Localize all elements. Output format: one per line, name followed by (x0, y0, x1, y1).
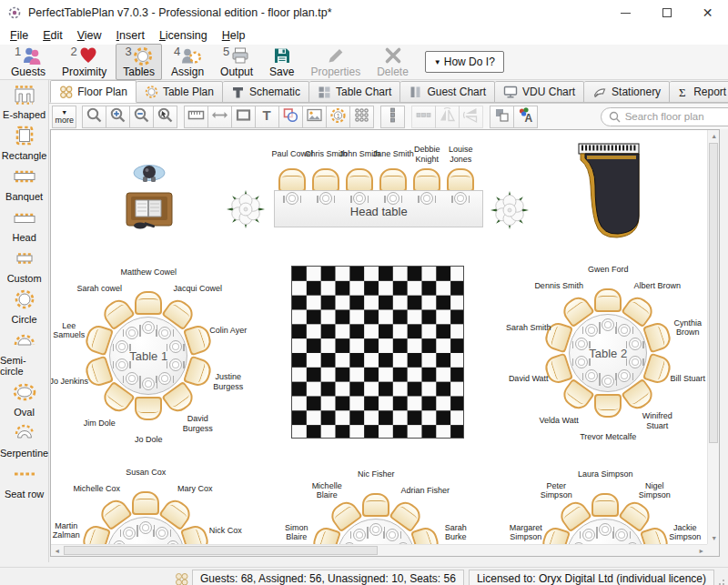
sidebar-item-e-shaped[interactable]: E-shaped (0, 85, 48, 120)
minimize-button[interactable] (605, 0, 646, 25)
chair[interactable] (346, 168, 373, 192)
how-do-i-button[interactable]: ▼ How Do I? (425, 51, 504, 73)
sidebar-item-rectangle[interactable]: Rectangle (0, 126, 48, 161)
chair[interactable] (594, 394, 622, 418)
dance-floor[interactable] (291, 266, 464, 439)
tab-table-chart[interactable]: Table Chart (309, 81, 400, 103)
flower-arrangement[interactable] (489, 189, 531, 235)
tab-stationery[interactable]: Stationery (584, 81, 670, 103)
insert-table-tool-button[interactable]: 1 (326, 106, 350, 128)
chair[interactable] (180, 523, 211, 544)
place-setting (169, 358, 182, 371)
guests-button[interactable]: 1Guests (4, 44, 53, 80)
insert-tables-grid-tool-button[interactable] (349, 106, 374, 128)
flip-horizontal-tool-button (435, 106, 460, 128)
resize-arrow-tool-button[interactable] (207, 106, 232, 128)
chair[interactable] (278, 168, 306, 192)
menu-licensing[interactable]: Licensing (152, 27, 215, 44)
sidebar-item-oval[interactable]: Oval (0, 382, 48, 418)
more-tools-button[interactable]: ▼ more (52, 106, 76, 128)
guest-name-label: Sarah cowel (76, 283, 122, 293)
guest-name-label: Michelle Blaire (304, 480, 349, 499)
chair[interactable] (362, 493, 389, 517)
shapes-tool-tool-button[interactable] (278, 106, 303, 128)
tab-table-plan[interactable]: Table Plan (136, 81, 223, 103)
table-label: Table 2 (589, 347, 627, 360)
chair[interactable] (592, 493, 619, 517)
guest-name-label: Jim Dole (84, 419, 116, 429)
ruler-icon (187, 106, 205, 127)
tables-button[interactable]: 3Tables (116, 44, 162, 80)
table-label: Head table (350, 205, 408, 227)
sidebar-item-semi-circle[interactable]: Semi-circle (0, 330, 48, 377)
ruler-tool-button[interactable] (184, 106, 208, 128)
zoom-selection-tool-button[interactable] (153, 106, 177, 128)
search-box[interactable] (601, 107, 728, 126)
save-button[interactable]: Save (262, 44, 301, 80)
close-button[interactable]: ✕ (687, 0, 728, 25)
chair[interactable] (594, 288, 622, 312)
svg-text:Σ: Σ (679, 86, 686, 98)
vertical-scrollbar[interactable]: ▲ ▼ (707, 130, 719, 544)
image-tool-tool-button[interactable] (302, 106, 327, 128)
grand-piano[interactable] (576, 142, 642, 247)
tab-report[interactable]: ΣReport (670, 81, 728, 103)
proximity-button[interactable]: 2Proximity (55, 44, 114, 80)
zoom-in-tool-button[interactable] (106, 106, 130, 128)
sidebar-item-serpentine[interactable]: Serpentine (0, 423, 48, 459)
search-input[interactable] (625, 111, 728, 122)
sidebar-item-banquet[interactable]: Banquet (0, 166, 48, 202)
tab-vdu-chart[interactable]: VDU Chart (495, 81, 584, 103)
sidebar-item-head[interactable]: Head (0, 207, 48, 243)
menu-edit[interactable]: Edit (35, 27, 70, 44)
license-info: Licensed to: Oryx Digital Ltd (individua… (469, 570, 714, 585)
resize-grip[interactable] (716, 571, 725, 585)
chair[interactable] (132, 491, 159, 515)
sidebar-item-custom[interactable]: Custom (0, 248, 48, 284)
chair[interactable] (447, 168, 474, 192)
shapes-tool-icon (282, 106, 299, 127)
scroll-right-arrow[interactable]: ► (695, 545, 707, 557)
scroll-down-arrow[interactable]: ▼ (708, 532, 720, 544)
rectangle-tool-tool-button[interactable] (231, 106, 256, 128)
vertical-scroll-thumb[interactable] (709, 143, 718, 443)
tab-guest-chart[interactable]: Guest Chart (400, 81, 495, 103)
menu-file[interactable]: File (3, 27, 35, 44)
serpentine-table-icon (11, 423, 38, 447)
tab-schematic[interactable]: Schematic (223, 81, 309, 103)
font-color-tool-button[interactable]: A (513, 106, 538, 128)
guest-name-label: Nigel Simpson (632, 480, 677, 499)
window-title: PerfectTablePlan v7.0.3 - Professional e… (28, 6, 605, 19)
oval-table-icon (11, 382, 38, 406)
menu-help[interactable]: Help (215, 27, 253, 44)
text-tool-tool-button[interactable]: T (255, 106, 279, 128)
chair[interactable] (135, 291, 162, 315)
horizontal-scroll-thumb[interactable] (64, 546, 378, 555)
arrange-icon (493, 106, 511, 127)
zoom-out-tool-button[interactable] (129, 106, 154, 128)
lectern-reader[interactable] (124, 162, 175, 237)
chair[interactable] (379, 168, 407, 192)
tab-floor-plan[interactable]: Floor Plan (50, 80, 136, 103)
magnifier-tool-button[interactable] (82, 106, 106, 128)
main-toolbar: 1Guests2Proximity3Tables4Assign5OutputSa… (0, 45, 728, 80)
stationery-icon (592, 86, 607, 98)
flower-arrangement[interactable] (225, 188, 267, 234)
chair[interactable] (642, 353, 673, 387)
horizontal-scrollbar[interactable]: ◄ ► (51, 544, 707, 556)
scroll-up-arrow[interactable]: ▲ (708, 130, 720, 142)
sidebar-item-seat-row[interactable]: Seat row (0, 464, 48, 499)
chair[interactable] (413, 168, 440, 192)
sidebar-item-circle[interactable]: Circle (0, 289, 48, 325)
chair[interactable] (135, 397, 162, 420)
floor-plan-area[interactable]: Table 1Matthew CowelJacqui CowelColin Ay… (51, 130, 707, 544)
spacing-vertical-tool-button[interactable] (380, 106, 405, 128)
scroll-left-arrow[interactable]: ◄ (51, 545, 63, 557)
chair[interactable] (312, 168, 339, 192)
menu-insert[interactable]: Insert (109, 27, 152, 44)
assign-button[interactable]: 4Assign (164, 44, 211, 80)
arrange-tool-button[interactable] (490, 106, 514, 128)
maximize-button[interactable] (646, 0, 687, 25)
output-button[interactable]: 5Output (213, 44, 260, 80)
menu-view[interactable]: View (70, 27, 109, 44)
